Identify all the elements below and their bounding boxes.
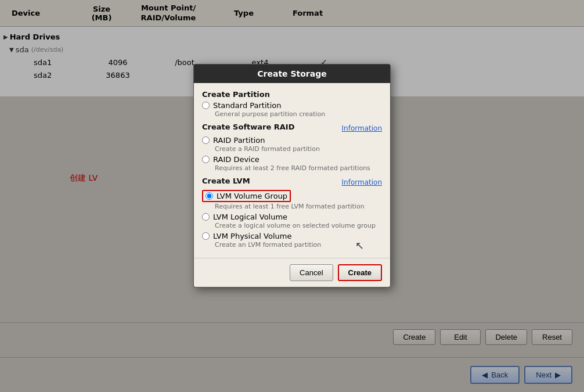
cancel-button[interactable]: Cancel [290,264,333,281]
raid-device-desc: Requires at least 2 free RAID formated p… [215,164,382,172]
lvm-vg-highlight-box: LVM Volume Group [202,190,291,202]
lvm-pv-desc: Create an LVM formated partition [215,241,382,249]
lvm-lv-radio-item: LVM Logical Volume [202,213,382,221]
lvm-lv-desc: Create a logical volume on selected volu… [215,222,382,229]
create-partition-label: Create Partition [202,90,382,99]
lvm-vg-radio-item: LVM Volume Group [202,190,382,202]
raid-partition-label: RAID Partition [213,136,265,145]
raid-device-radio[interactable] [202,156,210,163]
raid-partition-radio[interactable] [202,136,210,144]
raid-partition-radio-item: RAID Partition [202,136,382,145]
raid-device-label: RAID Device [213,155,259,164]
raid-device-radio-item: RAID Device [202,155,382,164]
standard-partition-desc: General purpose partition creation [215,110,382,118]
modal-body: Create Partition Standard Partition Gene… [194,83,390,258]
lvm-logical-volume-label: LVM Logical Volume [213,213,287,221]
modal-create-button[interactable]: Create [338,264,382,281]
lvm-physical-volume-radio[interactable] [202,232,210,240]
lvm-physical-volume-label: LVM Physical Volume [213,232,291,240]
create-storage-modal: Create Storage Create Partition Standard… [193,64,391,287]
lvm-volume-group-label: LVM Volume Group [217,192,287,200]
software-raid-info-link[interactable]: Information [342,124,382,132]
create-software-raid-label: Create Software RAID [202,123,295,131]
standard-partition-radio-item: Standard Partition [202,101,382,110]
lvm-volume-group-radio[interactable] [206,192,213,200]
create-lvm-label: Create LVM [202,177,250,185]
raid-partition-desc: Create a RAID formated partition [215,145,382,153]
lvm-vg-desc: Requires at least 1 free LVM formated pa… [215,203,382,210]
modal-overlay: Create Storage Create Partition Standard… [0,0,584,392]
standard-partition-label: Standard Partition [213,101,281,110]
lvm-logical-volume-radio[interactable] [202,213,210,221]
modal-title: Create Storage [194,64,390,83]
lvm-info-link[interactable]: Information [342,178,382,186]
modal-footer: Cancel Create [194,258,390,287]
standard-partition-radio[interactable] [202,102,210,109]
lvm-pv-radio-item: LVM Physical Volume [202,232,382,240]
